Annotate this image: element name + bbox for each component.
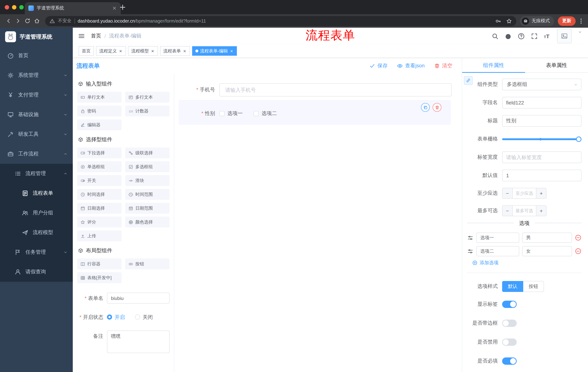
omnibox[interactable]: 不安全 dashboard.yudao.iocoder.cn/bpm/manag… (45, 16, 516, 26)
remove-option-button[interactable] (575, 248, 581, 255)
view-json-button[interactable]: 查看json (397, 63, 425, 69)
close-icon[interactable] (230, 49, 234, 53)
tag-item[interactable]: 流程模型 (128, 46, 158, 56)
palette-item[interactable]: 上传 (77, 230, 122, 241)
label-width-input[interactable] (502, 151, 581, 163)
password-key-icon[interactable] (495, 18, 501, 24)
copy-component-button[interactable] (421, 103, 430, 112)
tag-item[interactable]: 流程表单 (160, 46, 190, 56)
status-radio-off[interactable]: 关闭 (135, 312, 153, 322)
gender-option-2-checkbox[interactable]: 选项二 (254, 110, 277, 117)
phone-field-row[interactable]: 手机号 (179, 83, 452, 96)
selected-component[interactable]: 性别 选项一 选项二 (179, 100, 451, 125)
palette-item[interactable]: 单选框组 (77, 161, 122, 172)
option-drag-handle[interactable] (467, 234, 473, 241)
form-canvas[interactable]: 手机号 性别 (174, 74, 462, 372)
sidebar-item-workflow[interactable]: 工作流程 (0, 144, 73, 164)
palette-item[interactable]: 时间范围 (125, 189, 169, 200)
sidebar-item-leave-query[interactable]: 请假查询 (0, 262, 73, 282)
min-decrease-button[interactable]: − (503, 188, 513, 198)
form-name-input[interactable] (107, 293, 169, 304)
palette-item[interactable]: 级联选择 (125, 148, 169, 158)
sidebar-item-process-model[interactable]: 流程模型 (0, 223, 73, 242)
forward-button[interactable] (13, 16, 22, 26)
palette-item[interactable]: 行容器 (77, 258, 122, 269)
slider-handle[interactable] (576, 137, 581, 142)
palette-item[interactable]: 开关 (77, 175, 122, 186)
avatar-dropdown-icon[interactable] (578, 30, 582, 34)
palette-item[interactable]: 编辑器 (77, 119, 122, 130)
tag-item[interactable]: 流程表单-编辑 (192, 46, 237, 56)
traffic-light-minimize[interactable] (12, 5, 16, 9)
bordered-switch[interactable] (502, 319, 517, 327)
fontsize-button[interactable]: TT (544, 33, 549, 39)
field-name-input[interactable] (502, 97, 581, 108)
palette-item[interactable]: 日期选择 (77, 203, 122, 214)
max-decrease-button[interactable]: − (503, 206, 513, 216)
disabled-switch[interactable] (502, 339, 517, 346)
traffic-light-close[interactable] (5, 5, 9, 9)
option-value-input[interactable] (522, 246, 572, 256)
phone-input[interactable] (220, 83, 452, 96)
palette-item[interactable]: 密码 (77, 106, 122, 117)
style-button-button[interactable]: 按钮 (523, 281, 544, 292)
default-value-input[interactable] (502, 170, 581, 181)
github-button[interactable] (504, 32, 511, 40)
sidebar-item-process-form[interactable]: 流程表单 (0, 183, 73, 203)
palette-item[interactable]: 下拉选择 (77, 148, 122, 158)
tag-item[interactable]: 首页 (79, 46, 94, 56)
title-input[interactable] (502, 115, 581, 127)
search-button[interactable] (491, 32, 498, 40)
sidebar-item-payment[interactable]: 支付管理 (0, 85, 73, 105)
min-count-value[interactable]: 至少应选 (513, 188, 536, 198)
component-type-select[interactable]: 多选框组 (502, 79, 581, 90)
close-icon[interactable] (151, 49, 155, 53)
tab-form-props[interactable]: 表单属性 (525, 58, 588, 73)
tag-item[interactable]: 流程定义 (96, 46, 126, 56)
fullscreen-button[interactable] (531, 32, 538, 40)
status-radio-on[interactable]: 开启 (107, 312, 125, 322)
min-increase-button[interactable]: + (536, 188, 546, 198)
sidebar-item-system[interactable]: 系统管理 (0, 65, 73, 85)
palette-item[interactable]: 评分 (77, 217, 122, 227)
tab-component-props[interactable]: 组件属性 (462, 58, 525, 73)
sidebar-item-devtools[interactable]: 研发工具 (0, 125, 73, 144)
show-label-switch[interactable] (502, 301, 517, 308)
palette-item[interactable]: 多选框组 (125, 161, 169, 172)
sidebar-logo-row[interactable]: 芋道管理系统 (0, 28, 73, 46)
sidebar-item-home[interactable]: 首页 (0, 46, 73, 65)
clear-button[interactable]: 清空 (434, 63, 452, 69)
new-tab-button[interactable] (119, 3, 127, 11)
save-button[interactable]: 保存 (369, 63, 388, 69)
delete-component-button[interactable] (433, 103, 441, 112)
breadcrumb-home[interactable]: 首页 (91, 33, 101, 39)
palette-item[interactable]: 按钮 (125, 258, 169, 269)
tab-close-icon[interactable] (112, 5, 117, 11)
palette-item[interactable]: 时间选择 (77, 189, 122, 200)
palette-item[interactable]: 日期范围 (125, 203, 169, 214)
sidebar-item-process-mgmt[interactable]: 流程管理 (0, 164, 73, 183)
close-icon[interactable] (119, 49, 123, 53)
option-value-input[interactable] (522, 233, 572, 243)
close-icon[interactable] (183, 49, 187, 53)
option-drag-handle[interactable] (467, 248, 473, 254)
max-count-value[interactable]: 最多可选 (513, 206, 536, 216)
option-label-input[interactable] (476, 246, 519, 256)
grid-slider[interactable] (502, 133, 581, 145)
avatar[interactable] (557, 29, 572, 43)
update-button[interactable]: 更新 (558, 16, 576, 26)
remark-textarea[interactable]: 嘿嘿 (107, 330, 169, 353)
help-button[interactable] (518, 32, 525, 40)
browser-tab[interactable]: 芋道管理系统 (25, 2, 121, 14)
bookmark-star-icon[interactable] (506, 18, 512, 24)
palette-item[interactable]: 单行文本 (77, 92, 122, 103)
remove-option-button[interactable] (575, 234, 581, 241)
max-increase-button[interactable]: + (536, 206, 546, 216)
collapse-sidebar-button[interactable] (78, 32, 85, 40)
option-label-input[interactable] (476, 233, 519, 243)
add-option-link[interactable]: 添加选项 (472, 260, 581, 266)
palette-item[interactable]: 多行文本 (125, 92, 169, 103)
sidebar-item-user-group[interactable]: 用户分组 (0, 203, 73, 223)
palette-item[interactable]: 滑块 (125, 175, 169, 186)
home-button[interactable] (32, 16, 42, 26)
